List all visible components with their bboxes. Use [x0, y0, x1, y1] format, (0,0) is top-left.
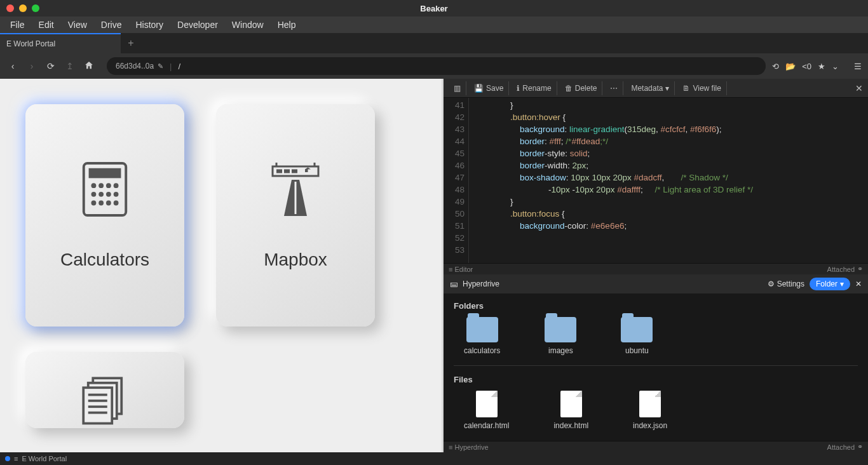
file-label: index.json [633, 421, 667, 430]
svg-point-11 [98, 201, 104, 206]
menu-view[interactable]: View [62, 18, 93, 32]
chevron-down-icon[interactable]: ⌄ [832, 62, 839, 71]
titlebar: Beaker [0, 0, 868, 17]
zoom-window-button[interactable] [32, 4, 39, 12]
svg-point-6 [92, 192, 97, 197]
folders-heading: Folders [454, 301, 858, 311]
highway-icon [267, 161, 324, 218]
svg-point-5 [114, 183, 119, 188]
svg-point-13 [114, 201, 119, 206]
nav-toolbar: ‹ › ⟳ ↥ 66d3d4..0a ✎ | / ⟲ 📂 <0 ★ ⌄ ☰ [0, 53, 868, 79]
svg-point-12 [106, 201, 111, 206]
window-footer: ≡ E World Portal [0, 452, 868, 465]
hyperdrive-status-bar: ≡ Hyperdrive Attached ⚭ [444, 441, 868, 452]
svg-point-2 [92, 183, 97, 188]
tab-active[interactable]: E World Portal [0, 33, 121, 53]
page-viewport[interactable]: Calculators Mapbox [0, 79, 444, 452]
status-dot-icon [5, 456, 10, 461]
menu-developer[interactable]: Developer [171, 18, 224, 32]
folder-open-icon[interactable]: 📂 [785, 62, 796, 71]
card-mapbox[interactable]: Mapbox [216, 104, 375, 327]
code-source[interactable]: } .button:hover { background: linear-gra… [469, 98, 753, 263]
menu-file[interactable]: File [4, 18, 31, 32]
url-hash: 66d3d4..0a [116, 62, 154, 71]
menu-drive[interactable]: Drive [95, 18, 128, 32]
svg-point-7 [98, 192, 104, 197]
pencil-icon[interactable]: ✎ [158, 62, 163, 71]
reload-button[interactable]: ⟳ [44, 61, 57, 71]
tab-bar: E World Portal + [0, 33, 868, 53]
more-button[interactable]: ⋯ [605, 81, 623, 95]
hyperdrive-title: Hyperdrive [463, 280, 763, 288]
settings-button[interactable]: ⚙ Settings [768, 280, 804, 288]
documents-icon [76, 371, 133, 428]
line-gutter: 41424344454647484950515253 [444, 98, 469, 263]
hyperdrive-body[interactable]: Folders calculatorsimagesubuntu Files ca… [444, 293, 868, 441]
close-panel-button[interactable]: ✕ [855, 280, 862, 288]
bookmark-star-icon[interactable]: ★ [818, 62, 825, 71]
folder-label: images [548, 346, 573, 355]
sidebar-toggle-icon[interactable]: ▥ [449, 81, 466, 95]
metadata-dropdown[interactable]: Metadata ▾ [626, 81, 675, 95]
file-icon [560, 391, 582, 417]
share-button[interactable]: <0 [802, 62, 811, 71]
editor-toolbar: ▥ 💾 Save ℹ Rename 🗑 Delete ⋯ Metadata ▾ … [444, 79, 868, 98]
svg-rect-19 [292, 170, 297, 173]
save-button[interactable]: 💾 Save [469, 81, 509, 95]
home-button[interactable] [83, 60, 95, 72]
url-path: / [178, 62, 180, 71]
menu-bar: File Edit View Drive History Developer W… [0, 17, 868, 33]
rename-button[interactable]: ℹ Rename [512, 81, 557, 95]
scrollbar-thumb[interactable] [437, 80, 442, 125]
file-item[interactable]: index.json [633, 391, 667, 430]
file-label: calendar.html [464, 421, 509, 430]
menu-history[interactable]: History [129, 18, 170, 32]
back-button[interactable]: ‹ [6, 61, 19, 71]
delete-button[interactable]: 🗑 Delete [560, 81, 603, 95]
svg-point-4 [106, 183, 111, 188]
file-icon [476, 391, 498, 417]
svg-point-8 [106, 192, 111, 197]
folder-label: ubuntu [625, 346, 649, 355]
card-label: Mapbox [264, 250, 327, 270]
file-item[interactable]: calendar.html [464, 391, 509, 430]
folder-icon [466, 317, 498, 342]
folder-icon [545, 317, 576, 342]
folder-item[interactable]: calculators [464, 317, 500, 355]
new-tab-button[interactable]: + [121, 33, 141, 53]
files-heading: Files [454, 375, 858, 384]
menu-edit[interactable]: Edit [32, 18, 60, 32]
card-calculators[interactable]: Calculators [25, 104, 184, 327]
svg-rect-17 [276, 170, 282, 173]
folder-icon [621, 317, 653, 342]
window-title: Beaker [420, 4, 447, 13]
close-window-button[interactable] [6, 4, 14, 12]
view-file-button[interactable]: 🗎 View file [677, 81, 726, 95]
file-item[interactable]: index.html [553, 391, 588, 430]
code-editor[interactable]: 41424344454647484950515253 } .button:hov… [444, 98, 868, 263]
menu-window[interactable]: Window [226, 18, 270, 32]
close-panel-button[interactable]: ✕ [855, 83, 863, 93]
file-icon [639, 391, 661, 417]
tab-label: E World Portal [6, 39, 55, 48]
forward-button[interactable]: › [25, 61, 38, 71]
upload-button[interactable]: ↥ [64, 61, 76, 71]
svg-rect-18 [284, 170, 290, 173]
minimize-window-button[interactable] [19, 4, 27, 12]
svg-point-9 [114, 192, 119, 197]
svg-point-10 [92, 201, 97, 206]
menu-hamburger-icon[interactable]: ☰ [854, 62, 862, 71]
hyperdrive-header: 🖴 Hyperdrive ⚙ Settings Folder ▾ ✕ [444, 274, 868, 293]
svg-point-3 [98, 183, 104, 188]
menu-help[interactable]: Help [271, 18, 302, 32]
folder-item[interactable]: images [545, 317, 576, 355]
card-documents[interactable] [25, 352, 184, 428]
home-icon [84, 60, 94, 71]
sync-icon[interactable]: ⟲ [772, 62, 779, 71]
url-bar[interactable]: 66d3d4..0a ✎ | / [107, 57, 766, 75]
view-mode-dropdown[interactable]: Folder ▾ [810, 278, 850, 290]
file-label: index.html [553, 421, 588, 430]
folder-item[interactable]: ubuntu [621, 317, 653, 355]
card-label: Calculators [60, 250, 149, 270]
calculator-icon [76, 161, 133, 218]
